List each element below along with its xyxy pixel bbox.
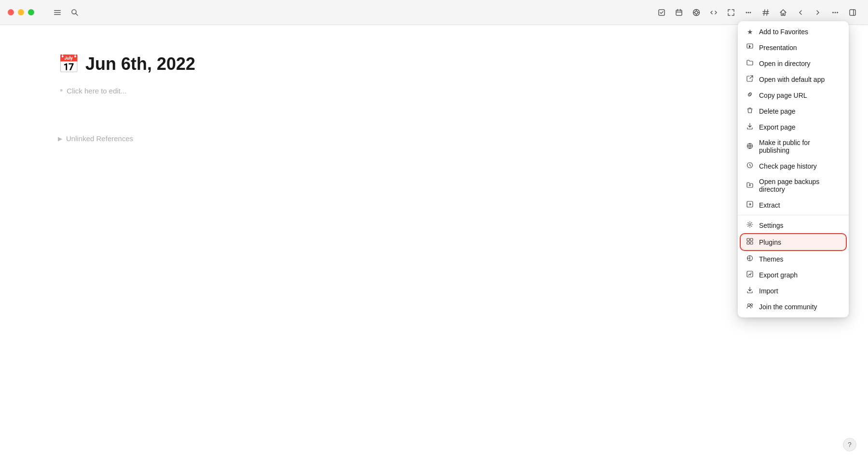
- page-title-area: 📅 Jun 6th, 2022: [58, 54, 810, 74]
- svg-rect-1: [54, 12, 61, 13]
- svg-point-41: [751, 304, 753, 306]
- page-title: Jun 6th, 2022: [85, 54, 195, 74]
- menu-label-export-graph: Export graph: [759, 271, 798, 279]
- panel-icon-button[interactable]: [845, 5, 860, 20]
- trash-icon: [746, 107, 754, 115]
- more-dots-button[interactable]: [741, 5, 756, 20]
- svg-rect-35: [750, 238, 753, 241]
- menu-item-plugins[interactable]: Plugins: [741, 234, 846, 250]
- svg-point-17: [748, 12, 749, 13]
- menu-item-join-community[interactable]: Join the community: [738, 299, 849, 315]
- todo-icon-button[interactable]: [654, 5, 669, 20]
- menu-item-open-default-app[interactable]: Open with default app: [738, 71, 849, 87]
- menu-label-presentation: Presentation: [759, 44, 797, 52]
- import-icon: [746, 287, 754, 295]
- folder-icon: [746, 59, 754, 67]
- hashtag-icon-button[interactable]: [758, 5, 773, 20]
- menu-item-export-page[interactable]: Export page: [738, 119, 849, 135]
- menu-item-export-graph[interactable]: Export graph: [738, 267, 849, 283]
- themes-icon: [746, 255, 754, 263]
- forward-button[interactable]: [810, 5, 826, 20]
- menu-item-themes[interactable]: Themes: [738, 251, 849, 267]
- menu-label-join-community: Join the community: [759, 303, 817, 311]
- svg-rect-37: [750, 242, 753, 244]
- menu-item-add-to-favorites[interactable]: ★ Add to Favorites: [738, 24, 849, 40]
- external-link-icon: [746, 75, 754, 83]
- globe-icon: [746, 143, 754, 151]
- extra-menu-button[interactable]: [827, 5, 843, 20]
- calendar-icon-button[interactable]: [671, 5, 687, 20]
- svg-point-23: [832, 12, 834, 13]
- export-icon: [746, 123, 754, 131]
- svg-rect-39: [747, 271, 753, 277]
- page-emoji: 📅: [58, 54, 80, 74]
- menu-label-copy-url: Copy page URL: [759, 92, 807, 99]
- svg-rect-2: [54, 14, 61, 15]
- extract-icon: [746, 201, 754, 209]
- menu-item-import[interactable]: Import: [738, 283, 849, 299]
- graph-icon-button[interactable]: [689, 5, 704, 20]
- close-button[interactable]: [8, 9, 14, 15]
- edit-placeholder[interactable]: Click here to edit...: [60, 86, 810, 96]
- search-button[interactable]: [67, 5, 82, 20]
- menu-label-check-history: Check page history: [759, 162, 817, 170]
- menu-label-open-default-app: Open with default app: [759, 76, 825, 83]
- svg-point-25: [837, 12, 838, 13]
- menu-item-open-in-directory[interactable]: Open in directory: [738, 55, 849, 71]
- menu-label-make-public: Make it public for publishing: [759, 139, 841, 154]
- unlinked-refs-arrow-icon: ▶: [58, 135, 62, 142]
- menu-item-make-public[interactable]: Make it public for publishing: [738, 135, 849, 158]
- svg-rect-36: [747, 242, 749, 244]
- menu-item-open-backups[interactable]: Open page backups directory: [738, 174, 849, 197]
- minimize-button[interactable]: [18, 9, 24, 15]
- menu-separator-1: [738, 215, 849, 215]
- menu-label-plugins: Plugins: [759, 238, 781, 246]
- svg-point-40: [748, 304, 750, 306]
- menu-label-themes: Themes: [759, 255, 784, 263]
- menu-item-presentation[interactable]: Presentation: [738, 40, 849, 55]
- menu-item-extract[interactable]: Extract: [738, 197, 849, 213]
- menu-label-import: Import: [759, 287, 778, 295]
- home-icon-button[interactable]: [775, 5, 791, 20]
- svg-rect-6: [676, 10, 682, 15]
- titlebar: [0, 0, 868, 25]
- svg-line-4: [76, 13, 78, 15]
- svg-point-16: [746, 12, 747, 13]
- svg-line-20: [767, 10, 768, 15]
- svg-rect-26: [850, 10, 855, 15]
- menu-label-settings: Settings: [759, 222, 784, 229]
- menu-label-extract: Extract: [759, 201, 780, 209]
- titlebar-right-icons: [654, 5, 860, 20]
- svg-rect-0: [54, 10, 61, 11]
- backup-folder-icon: [746, 182, 754, 190]
- link-icon: [746, 91, 754, 99]
- menu-item-check-history[interactable]: Check page history: [738, 158, 849, 174]
- maximize-button[interactable]: [28, 9, 34, 15]
- community-icon: [746, 303, 754, 311]
- back-button[interactable]: [793, 5, 808, 20]
- titlebar-left-icons: [50, 5, 82, 20]
- context-menu: ★ Add to Favorites Presentation Open in …: [738, 21, 849, 317]
- menu-item-delete-page[interactable]: Delete page: [738, 103, 849, 119]
- traffic-lights: [8, 9, 34, 15]
- svg-point-10: [695, 11, 698, 14]
- plugins-icon: [746, 238, 754, 246]
- code-icon-button[interactable]: [706, 5, 721, 20]
- svg-rect-34: [747, 238, 749, 241]
- svg-point-33: [749, 224, 751, 225]
- sidebar-toggle-button[interactable]: [50, 5, 65, 20]
- menu-label-add-to-favorites: Add to Favorites: [759, 28, 808, 36]
- settings-icon: [746, 221, 754, 229]
- fullscreen-icon-button[interactable]: [723, 5, 739, 20]
- menu-item-copy-url[interactable]: Copy page URL: [738, 87, 849, 103]
- menu-label-open-backups: Open page backups directory: [759, 178, 841, 193]
- menu-item-settings[interactable]: Settings: [738, 217, 849, 233]
- presentation-icon: [746, 43, 754, 52]
- svg-point-18: [750, 12, 751, 13]
- star-icon: ★: [746, 28, 754, 36]
- export-graph-icon: [746, 271, 754, 279]
- menu-label-open-in-directory: Open in directory: [759, 60, 811, 67]
- history-icon: [746, 162, 754, 170]
- unlinked-references[interactable]: ▶ Unlinked References: [58, 134, 810, 143]
- help-button[interactable]: ?: [843, 438, 856, 451]
